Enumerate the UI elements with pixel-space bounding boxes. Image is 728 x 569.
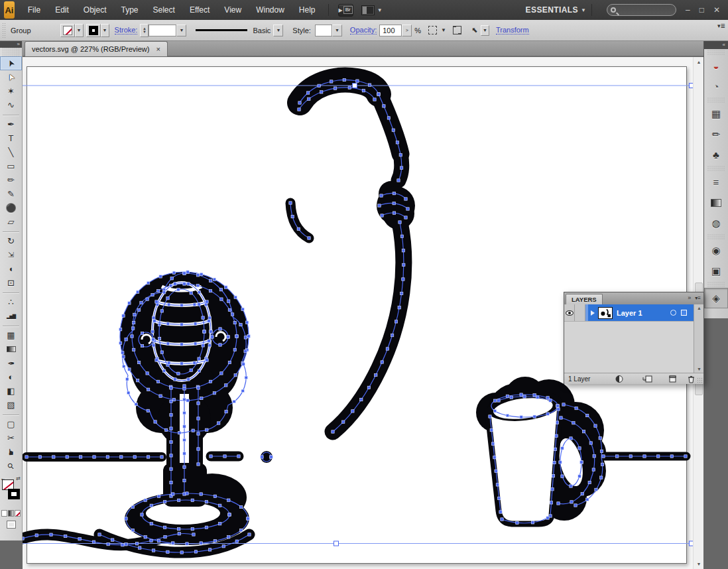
stroke-proxy-swatch[interactable] [8,489,20,499]
stroke-color-swatch[interactable] [86,24,101,37]
opacity-stepper[interactable]: > [402,25,412,36]
disclosure-triangle-icon[interactable] [591,310,595,316]
scroll-up-icon[interactable]: ▲ [697,306,701,310]
select-similar-dropdown[interactable]: ▼ [481,25,489,36]
bridge-button[interactable]: ▶ Br [338,4,353,17]
panel-transparency[interactable]: ◍ [704,213,728,233]
new-layer-button[interactable] [668,375,678,383]
opacity-panel-link[interactable]: Opacity: [350,26,377,34]
scroll-up-icon[interactable]: ▲ [694,57,704,67]
tool-width[interactable]: ◖ [0,262,22,276]
lock-toggle[interactable] [575,304,585,321]
panel-grip[interactable] [2,23,7,38]
swap-fill-stroke-icon[interactable]: ⇄ [16,475,21,481]
dock-grip[interactable] [707,234,725,239]
layer-row[interactable]: Layer 1 [564,304,703,322]
tool-line-segment[interactable]: ╲ [0,145,22,159]
layer-row-main[interactable]: Layer 1 [585,304,694,321]
tool-slice[interactable]: ✂ [0,431,22,445]
panel-brushes[interactable]: ✏ [704,124,728,145]
gradient-button[interactable] [8,510,14,517]
none-button[interactable] [15,510,21,517]
target-circle-icon[interactable] [670,310,676,316]
tool-free-transform[interactable]: ⊡ [0,276,22,290]
menu-help[interactable]: Help [292,0,323,20]
panel-graphic-styles[interactable]: ▣ [704,261,728,281]
transform-panel-link[interactable]: Transform [496,26,529,34]
panel-layers[interactable]: ◈ [704,288,728,308]
dock-grip[interactable] [707,166,725,171]
tool-zoom[interactable]: ⚲ [0,459,22,473]
isolate-selected-object-button[interactable] [426,25,438,36]
menu-effect[interactable]: Effect [182,0,217,20]
document-tab[interactable]: vectors.svg @ 227% (RGB/Preview) × [25,41,168,56]
close-button[interactable]: ✕ [713,5,720,15]
style-dropdown[interactable]: ▼ [332,25,342,36]
fill-dropdown-button[interactable]: ▼ [75,24,84,37]
dock-grip[interactable] [707,97,725,103]
control-bar-menu-icon[interactable]: ▾≣ [717,23,725,29]
panel-menu-icon[interactable]: ▾≡ [695,295,701,301]
style-field[interactable] [315,25,332,36]
panel-appearance[interactable]: ◉ [704,240,728,261]
tools-panel-expand-button[interactable]: » [0,41,22,48]
brush-definition-dropdown[interactable]: ▼ [273,25,283,36]
scroll-down-icon[interactable]: ▼ [694,559,704,569]
menu-object[interactable]: Object [76,0,114,20]
drawing-modes-button[interactable] [7,521,16,529]
tool-hand[interactable]: ☛ [0,445,22,459]
panel-stroke[interactable]: ≡ [704,172,728,192]
tool-direct-selection[interactable]: ➤ [0,70,22,84]
stroke-panel-link[interactable]: Stroke: [115,26,138,34]
tool-eyedropper[interactable]: ✒ [0,356,22,370]
layer-name[interactable]: Layer 1 [617,309,642,317]
tool-magic-wand[interactable]: ✶ [0,84,22,98]
tool-live-paint-selection[interactable]: ▧ [0,398,22,412]
menu-file[interactable]: File [21,0,48,20]
arrange-documents-button[interactable]: ▼ [361,5,383,15]
tool-column-graph[interactable]: ▂▅▇ [0,309,22,323]
tool-paintbrush[interactable]: ✏ [0,173,22,187]
recolor-artwork-button[interactable] [452,25,463,36]
tool-type[interactable]: T [0,131,22,145]
dock-grip[interactable] [707,50,725,55]
panel-color[interactable]: ◒ [704,56,728,76]
dock-expand-button[interactable]: « [704,41,728,49]
opacity-field[interactable]: 100 [379,25,402,36]
layers-panel-header[interactable]: LAYERS » ▾≡ [564,292,703,304]
menu-edit[interactable]: Edit [48,0,76,20]
tool-scale[interactable]: ⇲ [0,248,22,262]
menu-type[interactable]: Type [114,0,146,20]
tool-lasso[interactable]: ∿ [0,98,22,112]
layers-scrollbar[interactable]: ▲ ▼ [694,304,703,373]
maximize-button[interactable]: □ [699,5,704,15]
search-input[interactable] [607,4,676,16]
close-tab-icon[interactable]: × [156,45,160,53]
tool-rectangle[interactable]: ▭ [0,159,22,173]
new-sublayer-button[interactable] [642,375,652,383]
panel-swatches[interactable]: ▦ [704,103,728,124]
collapse-panel-icon[interactable]: » [688,294,691,301]
tool-blob-brush[interactable]: ⚫ [0,201,22,215]
tool-live-paint-bucket[interactable]: ◧ [0,384,22,398]
color-button[interactable] [1,510,7,517]
tool-gradient[interactable] [0,342,22,356]
menu-window[interactable]: Window [249,0,292,20]
make-clipping-mask-button[interactable] [615,375,625,383]
scroll-down-icon[interactable]: ▼ [697,367,701,371]
dock-grip[interactable] [707,282,725,287]
tool-mesh[interactable]: ▦ [0,328,22,342]
selection-indicator[interactable] [681,310,687,316]
tool-artboard[interactable]: ▢ [0,417,22,431]
menu-select[interactable]: Select [146,0,182,20]
panel-gradient[interactable] [704,192,728,213]
panel-color-guide[interactable]: ◔ [704,76,728,97]
tool-pen[interactable]: ✒ [0,117,22,131]
tool-symbol-sprayer[interactable]: ∴ [0,295,22,309]
panel-resize-grip[interactable] [697,377,703,383]
fill-color-swatch[interactable] [60,24,75,37]
delete-layer-button[interactable] [686,375,696,383]
stroke-dropdown-button[interactable]: ▼ [101,24,109,37]
tool-eraser[interactable]: ▱ [0,215,22,229]
tools-panel-grip[interactable] [3,48,19,56]
